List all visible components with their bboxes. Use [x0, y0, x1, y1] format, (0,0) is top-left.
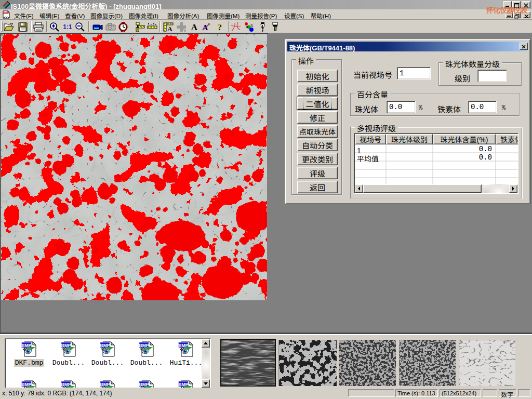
- svg-text:?: ?: [218, 22, 222, 32]
- svg-text:1:1: 1:1: [63, 23, 72, 31]
- svg-text:a: a: [246, 24, 248, 29]
- svg-text:DOC: DOC: [3, 11, 9, 15]
- svg-text:A: A: [167, 25, 172, 33]
- svg-text:A: A: [191, 22, 198, 32]
- svg-text:3: 3: [250, 23, 253, 28]
